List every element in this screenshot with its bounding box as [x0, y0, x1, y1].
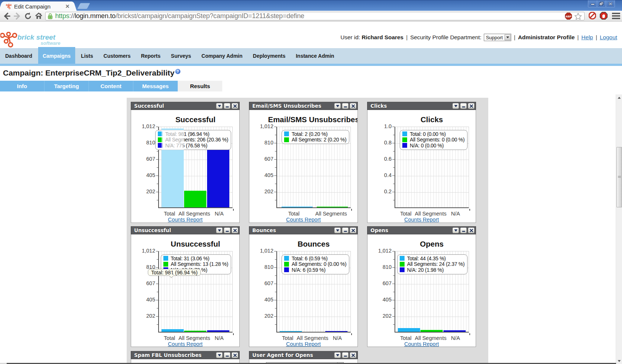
nav-item-instance-admin[interactable]: Instance Admin	[290, 48, 339, 64]
counts-report-link[interactable]: Counts Report	[168, 341, 203, 347]
widget-close-button[interactable]	[350, 352, 356, 358]
nav-item-deployments[interactable]: Deployments	[248, 48, 291, 64]
logout-link[interactable]: Logout	[600, 34, 617, 41]
y-tick-label: 607	[251, 156, 273, 162]
subtab-messages[interactable]: Messages	[133, 81, 178, 91]
hover-tooltip: Total: 981 (96.94 %)	[148, 269, 201, 276]
widget-minimize-button[interactable]	[224, 103, 230, 109]
widget-header-user-agent-for-opens[interactable]: User Agent for Opens	[249, 351, 358, 359]
brickstreet-favicon-icon	[6, 4, 11, 9]
help-link[interactable]: Help	[581, 34, 593, 41]
widget-minimize-button[interactable]	[460, 227, 467, 233]
subtab-targeting[interactable]: Targeting	[44, 81, 89, 91]
widget-dropdown-button[interactable]	[334, 227, 341, 233]
bar-all-segments[interactable]	[420, 330, 443, 332]
menu-hamburger-icon[interactable]	[612, 13, 620, 19]
window-close-button[interactable]	[606, 0, 615, 7]
widget-header-successful[interactable]: Successful	[131, 102, 240, 110]
blocker-extension-icon[interactable]	[589, 12, 596, 20]
nav-item-reports[interactable]: Reports	[136, 48, 166, 64]
counts-report-link[interactable]: Counts Report	[286, 341, 321, 347]
address-bar[interactable]: https://login.mmen.to/brickst/campaign/c…	[45, 12, 585, 20]
widget-dropdown-button[interactable]	[334, 352, 341, 358]
widget-dropdown-button[interactable]	[334, 103, 341, 109]
vertical-scrollbar[interactable]	[616, 94, 622, 364]
bar-n-a[interactable]	[207, 330, 229, 332]
scrollbar-thumb[interactable]	[616, 147, 622, 207]
subtab-content[interactable]: Content	[89, 81, 133, 91]
legend-swatch-icon	[402, 137, 407, 142]
bar-all-segments[interactable]	[184, 191, 206, 207]
widget-header-spam-fbl-unsubscribes[interactable]: Spam FBL Unsubscribes	[131, 351, 240, 359]
reload-icon[interactable]	[24, 12, 32, 20]
bar-total[interactable]	[162, 329, 184, 332]
scrollbar-up-button[interactable]	[616, 94, 622, 101]
widget-header-opens[interactable]: Opens	[367, 226, 476, 234]
dropdown-icon	[453, 228, 458, 233]
widget-close-button[interactable]	[468, 103, 475, 109]
padlock-icon[interactable]	[48, 13, 53, 19]
back-icon[interactable]	[3, 12, 11, 20]
window-restore-button[interactable]	[597, 0, 606, 7]
nav-item-company-admin[interactable]: Company Admin	[196, 48, 248, 64]
new-tab-button[interactable]	[77, 3, 90, 9]
stop-hand-extension-icon[interactable]	[600, 12, 608, 20]
bar-total[interactable]	[280, 331, 302, 332]
nav-item-campaigns[interactable]: Campaigns	[38, 47, 75, 65]
adblock-plus-icon[interactable]: ABP	[565, 13, 572, 20]
nav-item-customers[interactable]: Customers	[98, 48, 136, 64]
bar-all-segments[interactable]	[317, 207, 348, 207]
widget-close-button[interactable]	[232, 352, 238, 358]
bar-n-a[interactable]	[325, 331, 347, 332]
widget-close-button[interactable]	[350, 103, 356, 109]
widget-minimize-button[interactable]	[224, 352, 230, 358]
widget-close-button[interactable]	[468, 227, 475, 233]
widget-title-spam-fbl-unsubscribes: Spam FBL Unsubscribes	[134, 352, 202, 358]
y-tick-label: 202	[133, 313, 155, 319]
subtab-info[interactable]: Info	[0, 81, 44, 91]
widget-dropdown-button[interactable]	[452, 103, 459, 109]
widget-minimize-button[interactable]	[342, 103, 349, 109]
widget-header-bounces[interactable]: Bounces	[249, 226, 358, 234]
bar-total[interactable]	[282, 207, 313, 207]
bar-n-a[interactable]	[207, 145, 229, 207]
widget-minimize-button[interactable]	[224, 227, 230, 233]
counts-report-link[interactable]: Counts Report	[404, 341, 439, 347]
widget-header-email-sms-unsubscribes[interactable]: Email/SMS Unsubscribes	[249, 102, 358, 110]
tab-close-icon[interactable]: ✕	[65, 4, 70, 8]
y-tick-label: 607	[369, 280, 392, 286]
nav-item-lists[interactable]: Lists	[76, 48, 99, 64]
widget-dropdown-button[interactable]	[452, 227, 459, 233]
nav-item-dashboard[interactable]: Dashboard	[0, 48, 37, 64]
select-arrow-icon[interactable]	[505, 34, 510, 40]
widget-close-button[interactable]	[350, 227, 356, 233]
nav-item-surveys[interactable]: Surveys	[166, 48, 196, 64]
widget-minimize-button[interactable]	[342, 352, 349, 358]
widget-dropdown-button[interactable]	[216, 103, 223, 109]
widget-dropdown-button[interactable]	[216, 227, 223, 233]
help-icon[interactable]: ?	[175, 69, 180, 74]
widget-dropdown-button[interactable]	[216, 352, 223, 358]
browser-tab[interactable]: Edit Campaign ✕	[3, 1, 73, 11]
y-minor-tick-mark	[393, 275, 395, 276]
home-icon[interactable]	[35, 12, 43, 20]
subtab-results[interactable]: Results	[178, 81, 222, 91]
department-select[interactable]: Support	[484, 34, 512, 41]
widget-title-bounces: Bounces	[252, 227, 276, 233]
widget-minimize-button[interactable]	[460, 103, 467, 109]
widget-close-button[interactable]	[232, 103, 238, 109]
bookmark-star-icon[interactable]	[574, 13, 582, 20]
counts-report-link[interactable]: Counts Report	[404, 217, 439, 223]
widget-header-unsuccessful[interactable]: Unsuccessful	[131, 226, 240, 234]
widget-header-clicks[interactable]: Clicks	[367, 102, 476, 110]
widget-close-button[interactable]	[232, 227, 238, 233]
window-minimize-button[interactable]	[588, 0, 597, 7]
bar-n-a[interactable]	[443, 330, 466, 332]
bar-all-segments[interactable]	[184, 331, 206, 332]
widget-minimize-button[interactable]	[342, 227, 349, 233]
forward-icon[interactable]	[13, 12, 21, 20]
bar-total[interactable]	[398, 328, 420, 332]
scrollbar-down-button[interactable]	[616, 358, 622, 364]
counts-report-link[interactable]: Counts Report	[286, 217, 321, 223]
counts-report-link[interactable]: Counts Report	[168, 217, 203, 223]
